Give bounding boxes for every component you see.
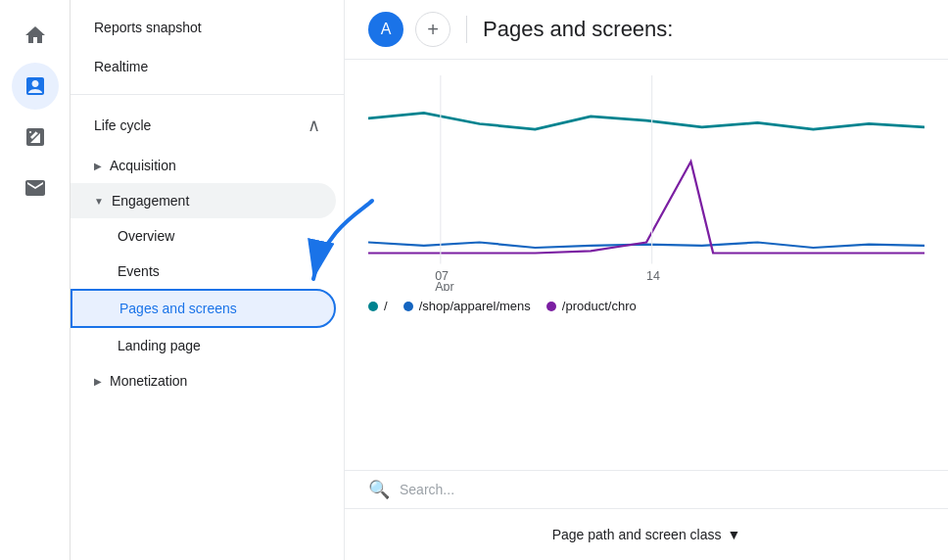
- engagement-bullet-icon: ▼: [94, 196, 104, 207]
- svg-text:14: 14: [646, 269, 660, 283]
- main-content: A + Pages and screens: 07 Apr 14: [345, 0, 948, 560]
- landing-page-sub-item[interactable]: Landing page: [71, 328, 344, 363]
- avatar[interactable]: A: [368, 12, 403, 47]
- dropdown-chevron-icon: ▼: [727, 527, 740, 542]
- line-chart: 07 Apr 14: [368, 75, 924, 291]
- legend-label-product: /product/chro: [562, 299, 637, 313]
- lifecycle-label: Life cycle: [94, 117, 151, 133]
- monetization-label: Monetization: [110, 373, 187, 389]
- legend-dot-shop: [403, 302, 413, 311]
- dropdown-bar: Page path and screen class ▼: [345, 508, 948, 560]
- page-title: Pages and screens:: [483, 17, 673, 42]
- header: A + Pages and screens:: [345, 0, 948, 60]
- monetization-item[interactable]: ▶ Monetization: [71, 363, 344, 398]
- engagement-item[interactable]: ▼ Engagement: [71, 183, 336, 218]
- legend-item-shop: /shop/apparel/mens: [403, 299, 531, 313]
- lifecycle-section-header[interactable]: Life cycle ∧: [71, 103, 344, 148]
- svg-text:Apr: Apr: [435, 280, 453, 291]
- acquisition-item[interactable]: ▶ Acquisition: [71, 148, 344, 183]
- search-input[interactable]: [400, 482, 924, 497]
- engagement-label: Engagement: [112, 193, 189, 209]
- lifecycle-chevron-icon: ∧: [308, 115, 320, 136]
- acquisition-bullet-icon: ▶: [94, 161, 102, 171]
- search-icon: 🔍: [368, 479, 390, 500]
- overview-sub-item[interactable]: Overview: [71, 218, 344, 254]
- pages-and-screens-sub-item[interactable]: Pages and screens: [71, 289, 336, 328]
- events-sub-item[interactable]: Events: [71, 254, 344, 289]
- add-button[interactable]: +: [415, 12, 450, 47]
- monetization-bullet-icon: ▶: [94, 376, 102, 387]
- insights-nav-icon[interactable]: [12, 114, 59, 161]
- acquisition-label: Acquisition: [110, 158, 176, 173]
- advertising-nav-icon[interactable]: [12, 164, 59, 211]
- page-path-dropdown[interactable]: Page path and screen class ▼: [541, 519, 753, 550]
- dropdown-label: Page path and screen class: [552, 527, 722, 542]
- legend-label-shop: /shop/apparel/mens: [419, 299, 531, 313]
- chart-container: 07 Apr 14: [368, 75, 924, 291]
- icon-rail: [0, 0, 71, 560]
- legend-dot-slash: [368, 302, 378, 311]
- reports-snapshot-item[interactable]: Reports snapshot: [71, 8, 344, 47]
- legend-item-slash: /: [368, 299, 388, 313]
- analytics-nav-icon[interactable]: [12, 63, 59, 110]
- chart-legend: / /shop/apparel/mens /product/chro: [368, 291, 924, 321]
- header-divider: [466, 16, 467, 43]
- sidebar: Reports snapshot Realtime Life cycle ∧ ▶…: [71, 0, 345, 560]
- legend-dot-product: [546, 302, 556, 311]
- sidebar-divider: [71, 94, 344, 95]
- search-bar: 🔍: [345, 470, 948, 508]
- home-nav-icon[interactable]: [12, 12, 59, 59]
- legend-item-product: /product/chro: [546, 299, 637, 313]
- realtime-item[interactable]: Realtime: [71, 47, 344, 86]
- legend-label-slash: /: [384, 299, 388, 313]
- chart-area: 07 Apr 14 / /shop/apparel/mens /product/…: [345, 60, 948, 470]
